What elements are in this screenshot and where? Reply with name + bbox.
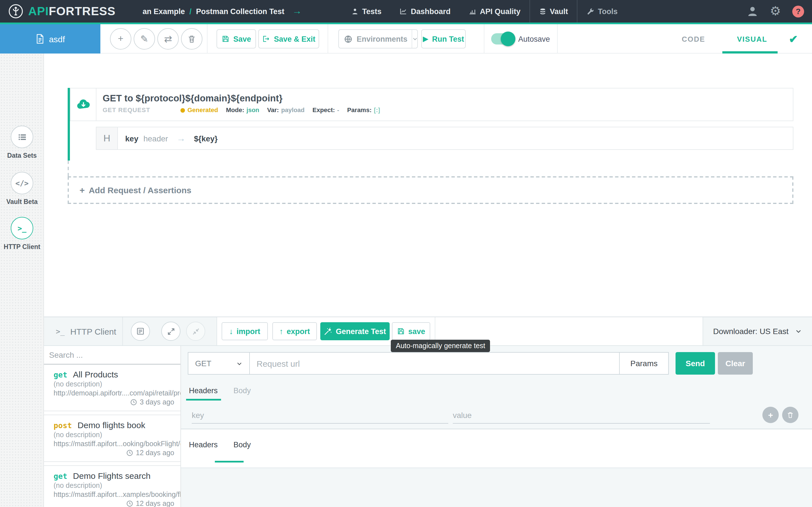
chevron-down-icon: [411, 30, 417, 48]
test-tab-asdf[interactable]: asdf: [0, 24, 100, 54]
brand-api: API: [28, 4, 49, 17]
tab-response-headers[interactable]: Headers: [181, 441, 225, 449]
request-list-item[interactable]: post Demo flights book (no description) …: [44, 414, 181, 462]
http-client-panel: >_ HTTP Client: [44, 317, 812, 507]
rail-item-http-client[interactable]: >_ HTTP Client: [0, 217, 44, 250]
expand-panel-button[interactable]: [161, 322, 181, 341]
nav-item-tools[interactable]: Tools: [578, 0, 627, 22]
bar-chart-icon: [469, 7, 476, 15]
request-list-item[interactable]: get All Products (no description) http:/…: [44, 364, 181, 411]
active-tab-underline: [186, 399, 221, 400]
component-title: GET to ${protocol}${domain}${endpoint}: [103, 93, 380, 104]
arrow-right-icon: →: [173, 133, 189, 144]
rail-item-data-sets[interactable]: Data Sets: [0, 126, 44, 159]
plus-icon: +: [118, 33, 123, 45]
header-key-input[interactable]: [192, 407, 448, 424]
method-select[interactable]: GET: [188, 353, 250, 374]
nav-item-tests[interactable]: Tests: [342, 0, 391, 22]
play-icon: ▶: [423, 35, 428, 43]
header-variable-row[interactable]: H key header → ${key}: [96, 127, 794, 150]
nav-item-dashboard[interactable]: Dashboard: [391, 0, 460, 22]
rail-item-vault-beta[interactable]: </> Vault Beta: [0, 172, 44, 205]
environments-dropdown[interactable]: Environments: [338, 29, 418, 48]
component-type-label: GET REQUEST: [103, 107, 150, 113]
http-client-button[interactable]: >_: [11, 217, 33, 239]
settings-gear-icon[interactable]: ⚙: [770, 5, 781, 17]
expand-arrows-icon: [167, 327, 175, 335]
request-url-input[interactable]: [250, 358, 619, 368]
header-value-input[interactable]: [453, 407, 710, 424]
vault-beta-button[interactable]: </>: [11, 172, 33, 194]
component-meta-row: GET REQUEST Generated Mode:json Var:payl…: [103, 107, 380, 113]
tab-code[interactable]: CODE: [682, 24, 705, 54]
request-age: 12 days ago: [54, 500, 181, 507]
request-url: https://mastiff.apifort...ooking/bookFli…: [54, 440, 181, 448]
toolbar-divider: [207, 24, 207, 54]
collapse-panel-button[interactable]: [186, 322, 205, 341]
save-exit-button[interactable]: Save & Exit: [258, 29, 319, 48]
brand-logo[interactable]: APIFORTRESS: [8, 3, 116, 19]
database-icon: [539, 8, 546, 15]
composer-toolbar: asdf + ✎ ⇄ Save Save & Exit: [0, 24, 812, 54]
clock-icon: [126, 450, 133, 456]
breadcrumb-test[interactable]: Postman Collection Test: [196, 7, 284, 15]
edit-button[interactable]: ✎: [134, 28, 155, 50]
http-client-title: >_ HTTP Client: [44, 317, 123, 345]
get-component-header[interactable]: GET to ${protocol}${domain}${endpoint} G…: [70, 88, 794, 121]
tab-headers[interactable]: Headers: [181, 381, 225, 400]
tab-body[interactable]: Body: [225, 381, 259, 400]
request-name: Demo flights book: [78, 420, 145, 430]
add-header-button[interactable]: +: [762, 407, 779, 423]
request-form-button[interactable]: [131, 322, 150, 341]
export-button[interactable]: ↑ export: [272, 322, 317, 340]
breadcrumb-project[interactable]: an Example: [143, 7, 185, 15]
client-save-button[interactable]: save: [392, 322, 430, 340]
nav-item-vault[interactable]: Vault: [530, 0, 577, 22]
top-right-icons: ⚙ ?: [747, 0, 804, 22]
request-description: (no description): [54, 431, 181, 439]
add-request-assertions-button[interactable]: + Add Request / Assertions: [68, 176, 794, 204]
send-button[interactable]: Send: [675, 352, 715, 375]
request-url-row: GET Params: [188, 352, 669, 375]
header-row-content: key header → ${key}: [118, 133, 218, 144]
trash-icon: [187, 34, 196, 43]
autosave-toggle[interactable]: [491, 33, 514, 45]
floppy-icon: [221, 35, 229, 43]
top-menu: Tests Dashboard API Quality Vault: [342, 0, 626, 22]
code-brackets-icon: </>: [15, 179, 29, 187]
swap-arrows-icon: ⇄: [164, 33, 172, 45]
clear-button[interactable]: Clear: [718, 352, 753, 375]
terminal-prompt-icon: >_: [17, 224, 26, 232]
toolbar-divider: [557, 24, 558, 54]
add-component-button[interactable]: +: [110, 28, 132, 50]
toolbar-divider: [484, 24, 485, 54]
request-age: 12 days ago: [54, 449, 181, 457]
request-url: https://mastiff.apifort...xamples/bookin…: [54, 491, 181, 499]
search-input[interactable]: [44, 350, 181, 359]
run-test-button[interactable]: ▶ Run Test: [421, 29, 466, 48]
generate-test-button[interactable]: Generate Test: [320, 322, 390, 340]
help-icon[interactable]: ?: [792, 5, 804, 17]
tab-visual[interactable]: VISUAL: [737, 24, 767, 54]
import-button[interactable]: ↓ import: [221, 322, 268, 340]
saved-requests-list: get All Products (no description) http:/…: [44, 346, 181, 507]
data-sets-button[interactable]: [11, 126, 33, 148]
reorder-button[interactable]: ⇄: [157, 28, 179, 50]
delete-button[interactable]: [181, 28, 202, 50]
wrench-icon: [587, 7, 595, 15]
params-button[interactable]: Params: [619, 353, 668, 374]
save-button[interactable]: Save: [216, 29, 256, 48]
clock-icon: [130, 399, 137, 406]
form-icon: [136, 327, 145, 336]
request-description: (no description): [54, 482, 181, 490]
downloader-dropdown[interactable]: Downloader: US East: [703, 317, 812, 345]
list-icon: [17, 132, 27, 142]
active-tab-underline: [215, 461, 244, 462]
request-tabs: Headers Body: [181, 381, 259, 400]
request-list-item[interactable]: get Demo Flights search (no description)…: [44, 465, 181, 507]
search-row: [44, 346, 181, 364]
nav-item-api-quality[interactable]: API Quality: [460, 0, 529, 22]
account-icon[interactable]: [747, 5, 759, 17]
remove-header-button[interactable]: [782, 407, 799, 423]
tab-response-body[interactable]: Body: [225, 441, 259, 449]
